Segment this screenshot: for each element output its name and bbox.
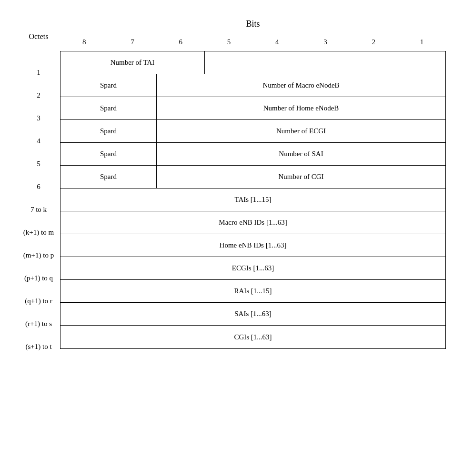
bit-header-3: 3 — [301, 33, 349, 51]
octet-label-2: 3 — [17, 107, 60, 129]
table-row-12: CGIs [1...63] — [60, 326, 445, 348]
octet-label-8: (m+1) to p — [17, 244, 60, 267]
octets-header: Octets — [17, 19, 60, 43]
table-section: Bits 87654321 Number of TAISpardNumber o… — [60, 19, 446, 358]
table-row-6: TAIs [1...15] — [60, 188, 445, 211]
octet-label-12: (s+1) to t — [17, 335, 60, 358]
table-row-3: SpardNumber of ECGI — [60, 120, 445, 143]
bits-row: 87654321 — [60, 33, 446, 51]
octet-label-3: 4 — [17, 129, 60, 152]
table-row-1: SpardNumber of Macro eNodeB — [60, 74, 445, 97]
octet-label-5: 6 — [17, 175, 60, 198]
octet-label-9: (p+1) to q — [17, 267, 60, 289]
table-row-8: Home eNB IDs [1...63] — [60, 234, 445, 257]
cell-r1-c1: Number of Macro eNodeB — [157, 74, 445, 97]
cell-r2-c0: Spard — [60, 97, 157, 119]
bit-header-2: 2 — [350, 33, 398, 51]
cell-r3-c1: Number of ECGI — [157, 120, 445, 142]
cell-r4-c0: Spard — [60, 143, 157, 165]
cell-r0-c1 — [205, 51, 445, 74]
table-row-4: SpardNumber of SAI — [60, 143, 445, 166]
bit-header-7: 7 — [108, 33, 156, 51]
octet-label-1: 2 — [17, 84, 60, 107]
table-row-11: SAIs [1...63] — [60, 303, 445, 326]
octet-label-10: (q+1) to r — [17, 289, 60, 312]
table-row-10: RAIs [1...15] — [60, 280, 445, 303]
cell-r0-c0: Number of TAI — [60, 51, 205, 74]
octet-label-6: 7 to k — [17, 198, 60, 221]
bits-row-spacer — [17, 43, 60, 61]
octet-label-0: 1 — [17, 61, 60, 84]
table-row-7: Macro eNB IDs [1...63] — [60, 211, 445, 234]
bit-header-6: 6 — [157, 33, 205, 51]
cell-r4-c1: Number of SAI — [157, 143, 445, 165]
octets-label: Octets — [29, 32, 49, 41]
octets-column: Octets 1234567 to k(k+1) to m(m+1) to p(… — [17, 19, 60, 358]
diagram-container: Octets 1234567 to k(k+1) to m(m+1) to p(… — [17, 19, 446, 358]
cell-r9-c0: ECGIs [1...63] — [60, 257, 445, 279]
bit-header-8: 8 — [60, 33, 108, 51]
table-row-0: Number of TAI — [60, 51, 445, 74]
cell-r10-c0: RAIs [1...15] — [60, 280, 445, 302]
bit-header-5: 5 — [205, 33, 253, 51]
table-body: Number of TAISpardNumber of Macro eNodeB… — [60, 51, 446, 349]
cell-r11-c0: SAIs [1...63] — [60, 303, 445, 325]
cell-r3-c0: Spard — [60, 120, 157, 142]
cell-r5-c0: Spard — [60, 166, 157, 188]
octet-label-11: (r+1) to s — [17, 312, 60, 335]
octet-label-4: 5 — [17, 152, 60, 175]
bits-title: Bits — [60, 19, 446, 29]
cell-r1-c0: Spard — [60, 74, 157, 97]
cell-r7-c0: Macro eNB IDs [1...63] — [60, 211, 445, 234]
table-row-9: ECGIs [1...63] — [60, 257, 445, 280]
cell-r8-c0: Home eNB IDs [1...63] — [60, 234, 445, 257]
cell-r2-c1: Number of Home eNodeB — [157, 97, 445, 119]
bit-header-4: 4 — [253, 33, 301, 51]
bit-header-1: 1 — [398, 33, 446, 51]
table-row-5: SpardNumber of CGI — [60, 166, 445, 188]
cell-r5-c1: Number of CGI — [157, 166, 445, 188]
octet-label-7: (k+1) to m — [17, 221, 60, 244]
cell-r6-c0: TAIs [1...15] — [60, 188, 445, 211]
octets-rows-container: 1234567 to k(k+1) to m(m+1) to p(p+1) to… — [17, 61, 60, 358]
table-row-2: SpardNumber of Home eNodeB — [60, 97, 445, 120]
cell-r12-c0: CGIs [1...63] — [60, 326, 445, 348]
